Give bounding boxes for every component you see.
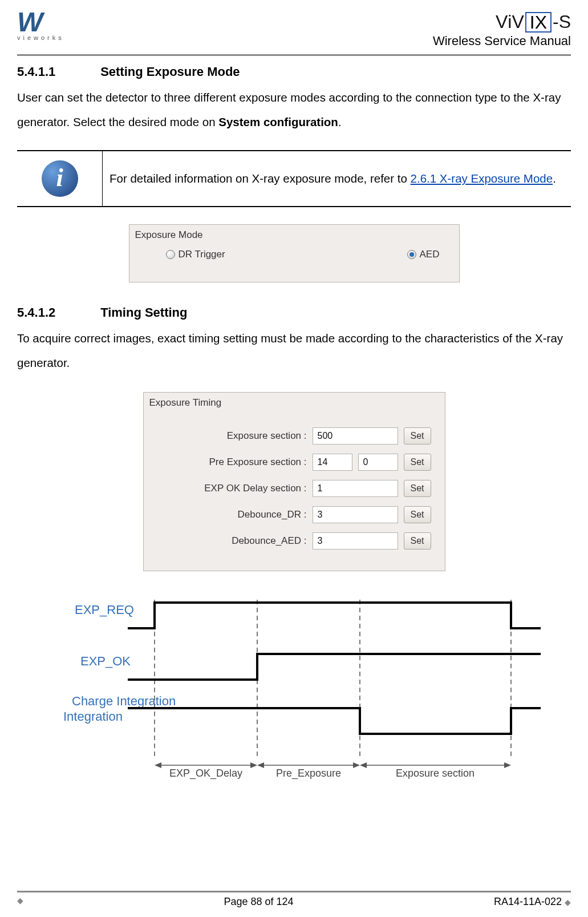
pre-exposure-input-2[interactable]: 0: [358, 454, 398, 471]
text-bold: System configuration: [218, 115, 338, 128]
text-fragment: .: [338, 115, 342, 128]
field-label: EXP OK Delay section :: [193, 483, 307, 494]
set-button[interactable]: Set: [404, 480, 431, 497]
text-fragment: .: [553, 172, 556, 185]
exposure-section-input[interactable]: 500: [313, 427, 398, 445]
doc-number: RA14-11A-022: [494, 896, 562, 907]
xray-mode-link[interactable]: 2.6.1 X-ray Exposure Mode: [411, 172, 553, 185]
field-label: Debounce_AED :: [193, 535, 307, 547]
exp-ok-delay-input[interactable]: 1: [313, 480, 398, 497]
svg-marker-9: [353, 762, 360, 768]
set-button[interactable]: Set: [404, 506, 431, 523]
product-logo: ViVIX-S: [496, 11, 571, 33]
radio-label: AED: [420, 249, 440, 260]
radio-icon: [166, 250, 175, 259]
set-button[interactable]: Set: [404, 454, 431, 471]
page-footer: ◆ Page 88 of 124 RA14-11A-022 ◆: [17, 891, 571, 908]
arrow-label-pre-exposure: Pre_Exposure: [275, 767, 340, 779]
field-label: Debounce_DR :: [193, 509, 307, 520]
brand-logo: W vieworks: [17, 11, 64, 41]
row-exp-ok-delay: EXP OK Delay section : 1 Set: [152, 478, 431, 499]
signal-label-charge: Charge Integration: [72, 694, 176, 708]
section1-paragraph: User can set the detector to three diffe…: [17, 85, 571, 134]
row-exposure-section: Exposure section : 500 Set: [152, 426, 431, 446]
radio-selected-icon: [407, 250, 416, 259]
svg-marker-8: [257, 762, 264, 768]
section2-paragraph: To acquire correct images, exact timing …: [17, 326, 571, 375]
radio-aed[interactable]: AED: [407, 249, 440, 260]
svg-marker-11: [360, 762, 367, 768]
page-header: W vieworks ViVIX-S Wireless Service Manu…: [17, 11, 571, 56]
row-debounce-dr: Debounce_DR : 3 Set: [152, 504, 431, 525]
pre-exposure-input-1[interactable]: 14: [313, 454, 352, 471]
svg-marker-12: [504, 762, 511, 768]
section-number: 5.4.1.1: [17, 64, 97, 79]
section-title: Timing Setting: [100, 305, 187, 320]
debounce-aed-input[interactable]: 3: [313, 532, 398, 550]
arrow-label-exp-ok-delay: EXP_OK_Delay: [169, 767, 242, 779]
field-label: Pre Exposure section :: [193, 457, 307, 468]
doc-title: Wireless Service Manual: [433, 34, 571, 49]
signal-label-integration: Integration: [63, 709, 123, 724]
brand-name: vieworks: [17, 34, 64, 41]
signal-label-exp-req: EXP_REQ: [75, 603, 134, 617]
arrow-label-exposure-section: Exposure section: [395, 767, 474, 779]
section-number: 5.4.1.2: [17, 305, 97, 320]
radio-label: DR Trigger: [179, 249, 225, 260]
panel-title: Exposure Timing: [146, 395, 443, 414]
set-button[interactable]: Set: [404, 427, 431, 445]
debounce-dr-input[interactable]: 3: [313, 506, 398, 523]
signal-label-exp-ok: EXP_OK: [80, 654, 131, 668]
field-label: Exposure section :: [193, 430, 307, 442]
section-title: Setting Exposure Mode: [100, 64, 240, 79]
info-text: For detailed information on X-ray exposu…: [103, 151, 571, 206]
page-number: Page 88 of 124: [224, 896, 293, 908]
row-debounce-aed: Debounce_AED : 3 Set: [152, 531, 431, 551]
svg-marker-5: [155, 762, 161, 768]
row-pre-exposure-section: Pre Exposure section : 14 0 Set: [152, 452, 431, 472]
radio-dr-trigger[interactable]: DR Trigger: [166, 249, 225, 260]
exposure-timing-panel: Exposure Timing Exposure section : 500 S…: [143, 392, 445, 571]
panel-title: Exposure Mode: [132, 227, 457, 247]
svg-marker-6: [250, 762, 257, 768]
decoration-icon: ◆: [17, 896, 23, 908]
exposure-mode-panel: Exposure Mode DR Trigger AED: [129, 224, 460, 282]
info-note: i For detailed information on X-ray expo…: [17, 150, 571, 207]
decoration-icon: ◆: [565, 898, 571, 907]
set-button[interactable]: Set: [404, 532, 431, 550]
info-icon: i: [42, 160, 78, 197]
section-heading-5-4-1-1: 5.4.1.1 Setting Exposure Mode: [17, 64, 571, 79]
timing-diagram: EXP_REQ EXP_OK Charge Integration Integr…: [38, 594, 551, 782]
section-heading-5-4-1-2: 5.4.1.2 Timing Setting: [17, 305, 571, 320]
text-fragment: For detailed information on X-ray exposu…: [110, 172, 411, 185]
w-logo-icon: W: [17, 11, 64, 33]
